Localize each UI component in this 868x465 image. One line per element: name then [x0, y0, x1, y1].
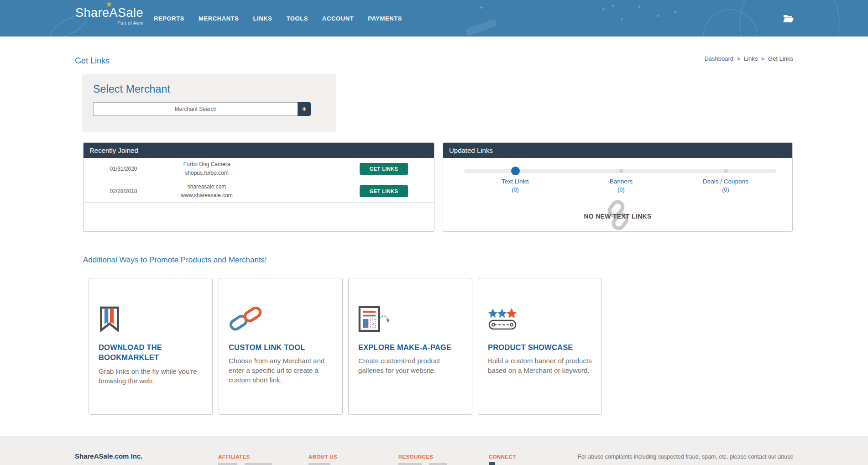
- nav-item-tools[interactable]: TOOLS: [287, 15, 309, 22]
- merchant-name: shareasale.com: [163, 183, 250, 191]
- logo-tagline: Part of Awin: [75, 21, 143, 26]
- decorative-star: ✦: [611, 3, 615, 9]
- card-title: DOWNLOAD THE BOOKMARKLET: [99, 342, 203, 363]
- tab-deals-coupons[interactable]: Deals / Coupons (0): [685, 178, 767, 193]
- tab-count: (0): [685, 187, 767, 193]
- tab-label: Text Links: [474, 178, 556, 185]
- card-description: Build a custom banner of products based …: [488, 356, 592, 375]
- card-make-a-page[interactable]: EXPLORE MAKE-A-PAGE Create customized pr…: [348, 278, 472, 415]
- card-title: PRODUCT SHOWCASE: [488, 342, 592, 352]
- footer-company-name: ShareASale.com Inc.: [75, 452, 142, 460]
- product-showcase-icon: [488, 302, 592, 336]
- footer-column-resources: RESOURCES: [398, 454, 433, 460]
- breadcrumb-dashboard-link[interactable]: Dashboard: [704, 55, 733, 62]
- page: ✦ ✶ ✦ ★ ShareASale Part of Awin REPORTS …: [0, 0, 868, 465]
- merchant-info: shareasale.com www.shareasale.com: [163, 183, 250, 199]
- tab-label: Banners: [580, 178, 662, 185]
- updated-links-panel: Updated Links Text Links (0) Banners (0)…: [443, 142, 793, 232]
- top-navigation-bar: ✦ ✶ ✦ ★ ShareASale Part of Awin REPORTS …: [0, 0, 868, 37]
- decorative-comet: [465, 19, 497, 37]
- card-product-showcase[interactable]: PRODUCT SHOWCASE Build a custom banner o…: [478, 278, 602, 415]
- merchant-join-date: 02/28/2018: [84, 188, 163, 194]
- footer-social-icon-fragment: [489, 462, 495, 465]
- folder-icon[interactable]: [783, 14, 794, 23]
- logo-brand-text: ★ ShareASale: [75, 6, 143, 20]
- merchant-info: Furbo Dog Camera shopus.furbo.com: [163, 160, 250, 177]
- card-title: EXPLORE MAKE-A-PAGE: [358, 342, 462, 352]
- merchant-name: Furbo Dog Camera: [163, 160, 250, 169]
- decorative-dot: [621, 18, 623, 21]
- get-links-button[interactable]: GET LINKS: [360, 185, 408, 197]
- footer-column-about-us: ABOUT US: [309, 454, 337, 460]
- decorative-circle: [703, 9, 758, 37]
- tab-banners[interactable]: Banners (0): [580, 178, 662, 193]
- card-title: CUSTOM LINK TOOL: [229, 342, 333, 352]
- slider-dot-deals-coupons[interactable]: [724, 169, 728, 173]
- merchant-url: shopus.furbo.com: [163, 169, 250, 178]
- custom-link-icon: [229, 302, 333, 336]
- get-links-button[interactable]: GET LINKS: [360, 163, 408, 175]
- button-cell: GET LINKS: [334, 185, 434, 197]
- nav-item-links[interactable]: LINKS: [253, 15, 272, 22]
- updated-links-header: Updated Links: [443, 143, 792, 158]
- breadcrumb-links[interactable]: Links: [744, 55, 758, 62]
- main-nav: REPORTS MERCHANTS LINKS TOOLS ACCOUNT PA…: [154, 0, 402, 37]
- recently-joined-panel: Recently Joined 01/31/2020 Furbo Dog Cam…: [83, 142, 434, 232]
- card-description: Choose from any Merchant and enter a spe…: [229, 356, 333, 385]
- merchant-url: www.shareasale.com: [163, 191, 250, 200]
- footer-column-affiliates: AFFILIATES: [218, 454, 250, 460]
- table-row: 01/31/2020 Furbo Dog Camera shopus.furbo…: [84, 158, 434, 180]
- page-title: Get Links: [75, 56, 110, 66]
- card-custom-link-tool[interactable]: CUSTOM LINK TOOL Choose from any Merchan…: [219, 278, 343, 415]
- merchant-search-row: +: [93, 102, 336, 116]
- select-merchant-panel: Select Merchant +: [82, 74, 336, 132]
- shareasale-logo[interactable]: ★ ShareASale Part of Awin: [75, 6, 143, 26]
- table-row: 02/28/2018 shareasale.com www.shareasale…: [84, 180, 434, 203]
- promo-section-heading: Additional Ways to Promote Products and …: [83, 256, 267, 265]
- footer-column-connect: CONNECT: [489, 454, 516, 460]
- breadcrumb-separator: >: [761, 55, 765, 62]
- breadcrumb: Dashboard > Links > Get Links: [0, 55, 793, 62]
- footer-link-fragment: [398, 463, 422, 465]
- bookmark-icon: [99, 302, 203, 336]
- footer-link-fragment: [218, 463, 237, 465]
- nav-item-merchants[interactable]: MERCHANTS: [199, 15, 239, 22]
- card-description: Grab links on the fly while you're brows…: [99, 366, 203, 386]
- logo-star-icon: ★: [105, 0, 113, 9]
- tab-text-links[interactable]: Text Links (0): [474, 178, 556, 193]
- decorative-dot: [657, 15, 659, 17]
- slider-dot-banners[interactable]: [619, 169, 623, 173]
- tab-count: (0): [580, 187, 662, 193]
- footer: ShareASale.com Inc. AFFILIATES ABOUT US …: [0, 436, 868, 465]
- card-download-bookmarklet[interactable]: DOWNLOAD THE BOOKMARKLET Grab links on t…: [89, 278, 213, 415]
- breadcrumb-current: Get Links: [768, 55, 793, 62]
- nav-item-reports[interactable]: REPORTS: [154, 15, 184, 22]
- tab-count: (0): [474, 187, 556, 193]
- select-merchant-title: Select Merchant: [93, 83, 336, 95]
- recently-joined-header: Recently Joined: [84, 143, 434, 158]
- footer-link-fragment: [429, 463, 447, 465]
- decorative-dot: [602, 8, 605, 10]
- breadcrumb-separator: >: [737, 55, 741, 62]
- no-new-links-message: NO NEW TEXT LINKS: [443, 213, 792, 220]
- make-a-page-icon: [358, 302, 462, 336]
- footer-link-fragment: [245, 463, 272, 465]
- merchant-search-submit-button[interactable]: +: [298, 102, 311, 116]
- merchant-search-input[interactable]: [93, 102, 298, 116]
- decorative-dot: [638, 5, 640, 8]
- nav-item-payments[interactable]: PAYMENTS: [368, 15, 402, 22]
- slider-dot-text-links[interactable]: [511, 167, 520, 175]
- nav-item-account[interactable]: ACCOUNT: [322, 15, 354, 22]
- footer-abuse-text: For abuse complaints including suspected…: [578, 453, 795, 461]
- merchant-join-date: 01/31/2020: [84, 166, 163, 172]
- decorative-star: ✶: [673, 9, 678, 16]
- card-description: Create customized product galleries for …: [358, 356, 462, 375]
- tab-label: Deals / Coupons: [685, 178, 767, 185]
- button-cell: GET LINKS: [334, 163, 434, 175]
- updated-links-body: Text Links (0) Banners (0) Deals / Coupo…: [443, 158, 792, 232]
- decorative-star: ✦: [479, 5, 484, 11]
- footer-link-fragment: [309, 463, 330, 465]
